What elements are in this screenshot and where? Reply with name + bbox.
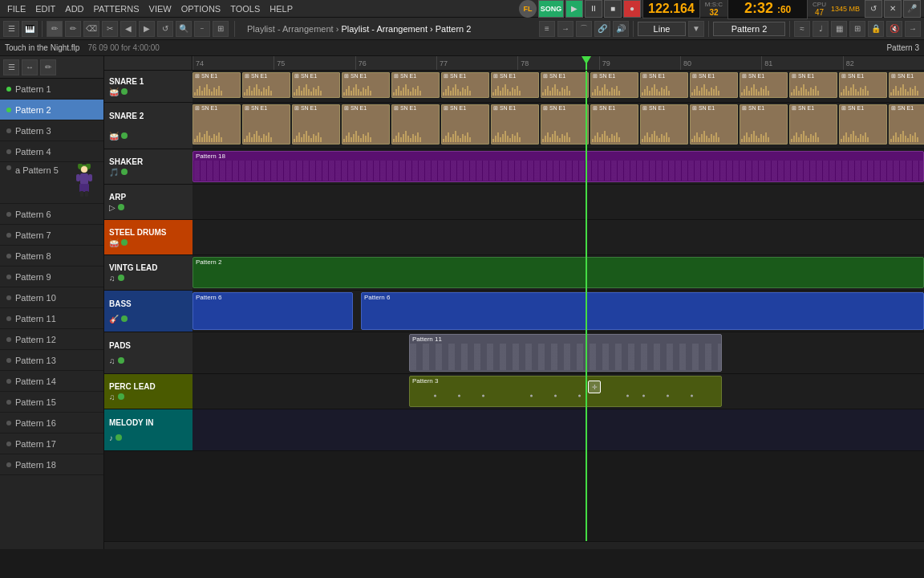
menu-item-options[interactable]: OPTIONS — [177, 2, 225, 15]
menu-item-edit[interactable]: EDIT — [31, 2, 59, 15]
bpm-display[interactable]: 122.164 — [642, 0, 700, 18]
vintg-block[interactable]: Pattern 2 — [192, 257, 924, 288]
snare-block[interactable]: ⊞ SN E1 — [292, 72, 340, 98]
snare-block[interactable]: ⊞ SN E1 — [192, 72, 241, 98]
arrow-mini-btn[interactable]: ↔ — [22, 59, 38, 75]
snare-block[interactable]: ⊞ SN E1 — [889, 104, 924, 144]
link-tool[interactable]: 🔗 — [594, 21, 610, 37]
pattern-item-5[interactable]: a Pattern 5 — [0, 162, 103, 204]
pattern-item-8[interactable]: Pattern 8 — [0, 246, 103, 267]
tool-icon2[interactable]: ⊞ — [213, 21, 229, 37]
snare-block[interactable]: ⊞ SN E1 — [242, 72, 290, 98]
snare-block[interactable]: ⊞ SN E1 — [640, 104, 688, 144]
pattern-item-13[interactable]: Pattern 13 — [0, 350, 103, 371]
pattern-item-10[interactable]: Pattern 10 — [0, 287, 103, 308]
menu-item-tools[interactable]: TOOLS — [226, 2, 264, 15]
next-btn[interactable]: ▶ — [139, 21, 155, 37]
snare-block[interactable]: ⊞ SN E1 — [541, 72, 589, 98]
snare-block[interactable]: ⊞ SN E1 — [839, 104, 887, 144]
vintg-led[interactable] — [118, 275, 124, 281]
pattern-item-11[interactable]: Pattern 11 — [0, 308, 103, 329]
pattern-item-12[interactable]: Pattern 12 — [0, 329, 103, 350]
arrow-tool[interactable]: → — [557, 21, 573, 37]
mic-button[interactable]: 🎤 — [903, 0, 921, 18]
snare-block[interactable]: ⊞ SN E1 — [342, 72, 390, 98]
snare-block[interactable]: ⊞ SN E1 — [242, 104, 290, 144]
stop-button[interactable]: ■ — [604, 0, 622, 18]
snare-block[interactable]: ⊞ SN E1 — [491, 72, 539, 98]
pattern-item-4[interactable]: Pattern 4 — [0, 141, 103, 162]
snare-block[interactable]: ⊞ SN E1 — [441, 72, 489, 98]
snare-block[interactable]: ⊞ SN E1 — [342, 104, 390, 144]
pattern-item-3[interactable]: Pattern 3 — [0, 120, 103, 141]
menu-item-view[interactable]: VIEW — [145, 2, 176, 15]
arp-led[interactable] — [118, 204, 124, 210]
eq-tool[interactable]: ≈ — [794, 21, 810, 37]
perc-block[interactable]: Pattern 3 — [409, 376, 722, 407]
pattern-item-2[interactable]: Pattern 2 — [0, 100, 103, 120]
snare-block[interactable]: ⊞ SN E1 — [740, 72, 788, 98]
pattern-item-15[interactable]: Pattern 15 — [0, 392, 103, 413]
snare1-led[interactable] — [121, 88, 128, 95]
snare-block[interactable]: ⊞ SN E1 — [391, 104, 440, 144]
snare-block[interactable]: ⊞ SN E1 — [789, 72, 837, 98]
bass-block-1[interactable]: Pattern 6 — [192, 292, 353, 330]
refresh-button[interactable]: ↺ — [865, 0, 882, 18]
menu-item-add[interactable]: ADD — [61, 2, 87, 15]
pattern-item-9[interactable]: Pattern 9 — [0, 267, 103, 287]
snare-block[interactable]: ⊞ SN E1 — [391, 72, 440, 98]
h-scrollbar[interactable] — [104, 541, 924, 549]
menu-item-help[interactable]: HELP — [265, 2, 297, 15]
eraser-tool[interactable]: ⌫ — [83, 21, 99, 37]
zoom-in[interactable]: 🔍 — [176, 21, 192, 37]
pause-button[interactable]: ⏸ — [585, 0, 602, 18]
loop-btn[interactable]: ↺ — [157, 21, 173, 37]
notes-tool[interactable]: ♩ — [813, 21, 829, 37]
bars-tool[interactable]: ▦ — [831, 21, 847, 37]
snare-block[interactable]: ⊞ SN E1 — [889, 72, 924, 98]
select-tool[interactable]: ✏ — [47, 21, 63, 37]
hook-tool[interactable]: ⌒ — [576, 21, 592, 37]
playlist-mini-btn[interactable]: ☰ — [3, 59, 19, 75]
slice-tool[interactable]: ✂ — [102, 21, 118, 37]
snare-block[interactable]: ⊞ SN E1 — [789, 104, 837, 144]
song-button[interactable]: SONG — [538, 0, 564, 18]
line-selector[interactable]: Line — [638, 22, 686, 36]
snare2-led[interactable] — [121, 132, 128, 139]
close-button[interactable]: ✕ — [884, 0, 902, 18]
pattern-item-7[interactable]: Pattern 7 — [0, 225, 103, 246]
piano-roll-icon[interactable]: 🎹 — [22, 21, 38, 37]
snare-block[interactable]: ⊞ SN E1 — [740, 104, 788, 144]
pattern-item-14[interactable]: Pattern 14 — [0, 371, 103, 392]
prev-btn[interactable]: ◀ — [120, 21, 136, 37]
zoom-out[interactable]: − — [194, 21, 210, 37]
bass-block-2[interactable]: Pattern 6 — [361, 292, 924, 330]
snare-block[interactable]: ⊞ SN E1 — [640, 72, 688, 98]
arrow-right-tool[interactable]: → — [905, 21, 921, 37]
line-dropdown[interactable]: ▼ — [688, 21, 704, 37]
pads-led[interactable] — [118, 357, 124, 364]
snare-block[interactable]: ⊞ SN E1 — [541, 104, 589, 144]
snare-block[interactable]: ⊞ SN E1 — [690, 72, 738, 98]
mixer-icon[interactable]: ≡ — [539, 21, 555, 37]
snare-block[interactable]: ⊞ SN E1 — [441, 104, 489, 144]
record-button[interactable]: ● — [623, 0, 641, 18]
menu-item-patterns[interactable]: PATTERNS — [90, 2, 144, 15]
mute-tool[interactable]: 🔇 — [886, 21, 902, 37]
snare-block[interactable]: ⊞ SN E1 — [491, 104, 539, 144]
pencil-tool[interactable]: ✏ — [65, 21, 81, 37]
bass-led[interactable] — [121, 315, 128, 322]
playlist-icon[interactable]: ☰ — [3, 21, 19, 37]
snare-block[interactable]: ⊞ SN E1 — [292, 104, 340, 144]
melody-led[interactable] — [116, 434, 122, 441]
pencil-mini-btn[interactable]: ✏ — [40, 59, 56, 75]
snare-block[interactable]: ⊞ SN E1 — [590, 72, 638, 98]
snare-block[interactable]: ⊞ SN E1 — [590, 104, 638, 144]
pads-block[interactable]: Pattern 11 — [409, 334, 722, 372]
perc-led[interactable] — [118, 393, 124, 400]
pattern-item-1[interactable]: Pattern 1 — [0, 79, 103, 100]
pattern-item-6[interactable]: Pattern 6 — [0, 204, 103, 225]
shaker-led[interactable] — [121, 169, 128, 175]
pattern-item-16[interactable]: Pattern 16 — [0, 413, 103, 434]
snare-block[interactable]: ⊞ SN E1 — [192, 104, 241, 144]
